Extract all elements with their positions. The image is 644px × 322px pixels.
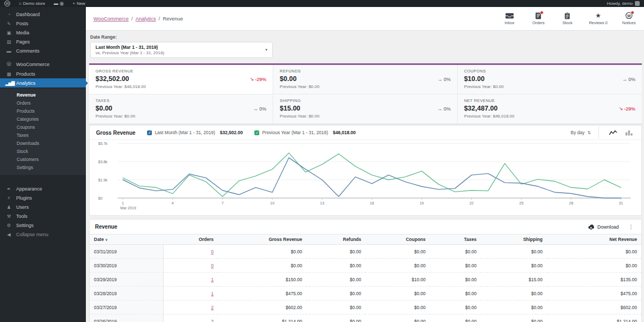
cell-value: $475.00 — [218, 287, 306, 301]
line-chart-toggle-button[interactable] — [606, 129, 620, 137]
sidebar-item-analytics[interactable]: ▂▅▇Analytics — [0, 78, 86, 87]
account-menu[interactable]: Howdy, demo — [607, 1, 640, 6]
sidebar-item-orders[interactable]: Orders — [0, 99, 86, 107]
legend-total: $46,018.00 — [333, 130, 356, 135]
summary-card-refunds[interactable]: Refunds$0.00→ 0%Previous Year: $0.00 — [273, 65, 457, 94]
plugins-icon: ⚡ — [5, 195, 12, 201]
cell-date: 03/29/2019 — [90, 273, 163, 287]
column-header-net-revenue[interactable]: Net Revenue — [547, 235, 641, 245]
svg-text:Mar 2019: Mar 2019 — [120, 206, 136, 210]
sidebar-item-plugins[interactable]: ⚡Plugins — [0, 193, 86, 202]
sidebar-item-products[interactable]: Products — [0, 107, 86, 115]
table-row: 03/28/20191$475.00$0.00$0.00$0.00$0.00$4… — [90, 287, 641, 301]
revenue-table-panel: Revenue Download ⋮ Date ∨OrdersGross Rev… — [89, 219, 642, 322]
breadcrumb-link-analytics[interactable]: Analytics — [135, 16, 156, 21]
summary-card-shipping[interactable]: Shipping$15.00→ 0%Previous Year: $0.00 — [273, 94, 457, 124]
summary-card-label: Coupons — [464, 69, 635, 74]
inbox-icon — [505, 12, 514, 19]
svg-text:25: 25 — [519, 201, 524, 205]
divider — [598, 127, 599, 138]
sidebar-item-label: Users — [16, 204, 29, 210]
sidebar-item-stock[interactable]: Stock — [0, 147, 86, 155]
sidebar-item-downloads[interactable]: Downloads — [0, 139, 86, 147]
summary-card-value: $0.00 — [280, 75, 296, 83]
date-range-selector[interactable]: Last Month (Mar 1 - 31, 2019) vs. Previo… — [90, 42, 273, 58]
summary-card-coupons[interactable]: Coupons$10.00→ 0%Previous Year: $0.00 — [458, 65, 642, 94]
summary-card-delta: → 0% — [622, 77, 635, 82]
orders-count-link[interactable]: 2 — [211, 305, 214, 310]
bar-chart-toggle-button[interactable] — [623, 129, 635, 137]
summary-card-net-revenue[interactable]: Net Revenue$32,487.00↘ -29%Previous Year… — [458, 94, 642, 124]
activity-reviews[interactable]: ★ Reviews 0 — [589, 12, 608, 25]
sidebar-item-collapse-menu[interactable]: ◀Collapse menu — [0, 230, 86, 239]
site-name-menu[interactable]: ⌂ Demo store — [19, 1, 45, 6]
summary-card-taxes[interactable]: Taxes$0.00→ 0%Previous Year: $0.00 — [89, 94, 273, 124]
summary-card-delta: → 0% — [437, 77, 451, 82]
activity-notices[interactable]: W Notices — [621, 12, 636, 25]
sidebar-item-customers[interactable]: Customers — [0, 155, 86, 163]
sidebar-item-settings[interactable]: Settings — [0, 163, 86, 171]
sidebar-section-core: ◔Dashboard✎Posts▣Media▤Pages▬Comments — [0, 7, 86, 56]
cell-value: $0.00 — [430, 301, 481, 314]
cell-value: $0.00 — [365, 301, 430, 314]
sidebar-item-tools[interactable]: ⚒Tools — [0, 211, 86, 221]
legend-previous-year[interactable]: ✓ Previous Year (Mar 1 - 31, 2018) $46,0… — [254, 130, 355, 135]
kebab-menu-icon[interactable]: ⋮ — [626, 224, 636, 230]
sidebar-item-categories[interactable]: Categories — [0, 115, 86, 123]
column-header-refunds[interactable]: Refunds — [306, 235, 365, 245]
cell-value: $0.00 — [306, 314, 365, 322]
column-header-date[interactable]: Date ∨ — [90, 235, 163, 245]
sidebar-item-revenue[interactable]: Revenue — [0, 91, 86, 99]
sidebar-item-pages[interactable]: ▤Pages — [0, 37, 86, 46]
column-header-coupons[interactable]: Coupons — [365, 235, 430, 245]
sidebar-item-comments[interactable]: ▬Comments — [0, 46, 86, 55]
download-button[interactable]: Download — [587, 224, 619, 230]
column-header-orders[interactable]: Orders — [163, 235, 218, 245]
comments-menu[interactable]: ▬ 0 — [54, 1, 64, 6]
chart-panel: Gross Revenue ✓ Last Month (Mar 1 - 31, … — [89, 125, 642, 216]
column-header-taxes[interactable]: Taxes — [430, 235, 481, 245]
chart-plot-area[interactable]: $5.7k$3.8k$1.9k$01Mar 201947101316192225… — [90, 140, 641, 215]
sidebar-item-coupons[interactable]: Coupons — [0, 123, 86, 131]
wp-logo-menu[interactable]: W — [4, 1, 10, 6]
summary-card-previous: Previous Year: $46,018.00 — [96, 84, 266, 89]
sidebar-item-posts[interactable]: ✎Posts — [0, 19, 86, 28]
sidebar-item-appearance[interactable]: ✒Appearance — [0, 184, 86, 193]
sidebar-item-products[interactable]: ▩Products — [0, 69, 86, 78]
column-header-gross-revenue[interactable]: Gross Revenue — [218, 235, 306, 245]
breadcrumb-link-woocommerce[interactable]: WooCommerce — [93, 16, 129, 21]
woocommerce-analytics-revenue-page: W ⌂ Demo store ▬ 0 + New Howdy, demo ◔Da… — [0, 0, 644, 322]
orders-count-link[interactable]: 0 — [211, 249, 214, 254]
cell-date: 03/28/2019 — [90, 287, 163, 301]
dashboard-icon: ◔ — [5, 12, 12, 17]
orders-count-link[interactable]: 0 — [211, 263, 214, 268]
summary-card-gross-revenue[interactable]: Gross Revenue$32,502.00↘ -29%Previous Ye… — [89, 65, 273, 94]
orders-count-link[interactable]: 1 — [211, 291, 214, 296]
cell-value: $0.00 — [365, 287, 430, 301]
cell-value: $0.00 — [306, 245, 365, 259]
interval-selector[interactable]: By day ⇅ — [570, 130, 591, 135]
orders-count-link[interactable]: 3 — [211, 319, 214, 322]
cell-value: $0.00 — [306, 273, 365, 287]
sidebar-item-dashboard[interactable]: ◔Dashboard — [0, 10, 86, 19]
appearance-icon: ✒ — [5, 186, 12, 192]
activity-inbox[interactable]: Inbox — [502, 12, 517, 25]
cell-value: $0.00 — [306, 301, 365, 314]
column-header-shipping[interactable]: Shipping — [481, 235, 547, 245]
sidebar-item-media[interactable]: ▣Media — [0, 28, 86, 37]
activity-orders[interactable]: Orders — [531, 12, 546, 25]
sidebar-item-taxes[interactable]: Taxes — [0, 131, 86, 139]
svg-text:$1.9k: $1.9k — [98, 178, 108, 182]
admin-bar: W ⌂ Demo store ▬ 0 + New Howdy, demo — [0, 0, 644, 7]
activity-stock[interactable]: Stock — [560, 12, 575, 25]
table-row: 03/26/20193$1,214.00$0.00$0.00$0.00$0.00… — [90, 314, 641, 322]
sidebar-item-users[interactable]: ♟Users — [0, 202, 86, 211]
sidebar-item-settings[interactable]: ⚙Settings — [0, 221, 86, 230]
table-row: 03/31/20190$0.00$0.00$0.00$0.00$0.00$0.0… — [90, 245, 641, 259]
chart-header: Gross Revenue ✓ Last Month (Mar 1 - 31, … — [90, 126, 641, 140]
orders-count-link[interactable]: 1 — [211, 277, 214, 282]
legend-last-month[interactable]: ✓ Last Month (Mar 1 - 31, 2019) $32,502.… — [147, 130, 243, 135]
svg-text:1: 1 — [122, 201, 124, 205]
new-content-menu[interactable]: + New — [72, 1, 85, 6]
sidebar-item-woocommerce[interactable]: ⓌWooCommerce — [0, 59, 86, 69]
